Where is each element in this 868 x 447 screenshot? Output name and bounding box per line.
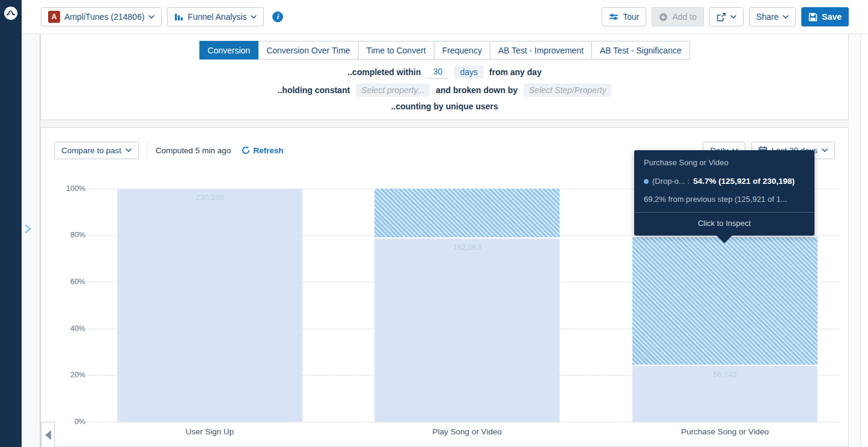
share-button[interactable]: Share bbox=[749, 7, 796, 26]
tab-conversion[interactable]: Conversion bbox=[199, 41, 258, 59]
bar-value-label: 56,142 bbox=[632, 370, 818, 379]
tooltip-value: 54.7% (125,921 of 230,198) bbox=[693, 177, 795, 186]
completed-within-label: ..completed within bbox=[347, 67, 421, 77]
counting-by-row: ..counting by unique users bbox=[41, 102, 848, 111]
toolbar-actions: Tour Add to Share Save bbox=[602, 7, 849, 26]
funnel-bar-user-sign-up: 230,198 User Sign Up bbox=[117, 189, 302, 422]
project-badge: A bbox=[48, 11, 60, 23]
tooltip-click-to-inspect[interactable]: Click to Inspect bbox=[634, 213, 815, 236]
y-axis-tick: 100% bbox=[54, 184, 85, 193]
amplitude-logo-icon[interactable] bbox=[4, 7, 17, 20]
y-axis-tick: 40% bbox=[54, 324, 85, 333]
tab-ab-test-improvement[interactable]: AB Test - Improvement bbox=[490, 41, 592, 59]
tooltip-step-title: Purchase Song or Video bbox=[634, 150, 815, 167]
app-window: A AmpliTunes (214806) Funnel Analysis i … bbox=[0, 0, 868, 447]
window-unit-selector[interactable]: days bbox=[454, 65, 483, 79]
refresh-icon bbox=[242, 146, 250, 154]
info-icon[interactable]: i bbox=[272, 11, 283, 22]
sliders-icon bbox=[609, 13, 619, 21]
bar-value-label: 182,063 bbox=[374, 243, 560, 252]
chevron-down-icon bbox=[126, 148, 132, 152]
bar-hover-tooltip: Purchase Song or Video (Drop-o... : 54.7… bbox=[634, 150, 815, 236]
bar-dropoff-segment[interactable] bbox=[632, 237, 818, 365]
holding-constant-row: ..holding constant Select property... an… bbox=[41, 84, 848, 97]
query-panel: Conversion Conversion Over Time Time to … bbox=[40, 34, 849, 120]
funnel-page-left-button[interactable] bbox=[41, 422, 55, 447]
bar-value-label: 230,198 bbox=[117, 193, 302, 202]
x-axis-label: User Sign Up bbox=[117, 427, 302, 436]
right-gutter-panel bbox=[861, 34, 868, 447]
refresh-label: Refresh bbox=[253, 146, 283, 155]
counting-by-label[interactable]: ..counting by unique users bbox=[391, 102, 498, 111]
bar-converted-segment[interactable]: 182,063 bbox=[374, 239, 560, 422]
save-label: Save bbox=[822, 12, 842, 22]
save-floppy-icon bbox=[808, 13, 818, 22]
tooltip-series-label: (Drop-o... : bbox=[652, 177, 689, 186]
breakdown-step-property-select[interactable]: Select Step/Property bbox=[524, 84, 611, 97]
export-icon bbox=[717, 13, 726, 22]
chart-type-selector[interactable]: Funnel Analysis bbox=[167, 7, 264, 26]
divider bbox=[147, 142, 147, 159]
bar-dropoff-segment[interactable] bbox=[374, 189, 560, 237]
chevron-down-icon bbox=[251, 15, 257, 19]
chevron-down-icon bbox=[730, 15, 736, 19]
chevron-down-icon bbox=[148, 15, 154, 19]
computed-timestamp: Computed 5 min ago bbox=[156, 146, 231, 155]
funnel-bar-play-song-or-video: 182,063 Play Song or Video bbox=[374, 189, 560, 422]
tour-button[interactable]: Tour bbox=[602, 7, 646, 26]
collapsed-query-panel bbox=[22, 34, 40, 447]
window-days-input[interactable]: 30 bbox=[427, 65, 448, 79]
x-axis-label: Purchase Song or Video bbox=[632, 427, 818, 436]
project-label: AmpliTunes (214806) bbox=[64, 12, 144, 22]
top-toolbar: A AmpliTunes (214806) Funnel Analysis i … bbox=[22, 0, 868, 34]
broken-down-by-label: and broken down by bbox=[436, 85, 518, 95]
add-to-label: Add to bbox=[672, 12, 696, 22]
gridline bbox=[88, 422, 839, 422]
add-to-button[interactable]: Add to bbox=[652, 7, 703, 26]
refresh-button[interactable]: Refresh bbox=[242, 146, 283, 155]
plus-circle-icon bbox=[659, 13, 668, 22]
project-selector[interactable]: A AmpliTunes (214806) bbox=[41, 7, 162, 26]
export-button[interactable] bbox=[709, 7, 744, 26]
y-axis-tick: 0% bbox=[54, 418, 85, 426]
tour-label: Tour bbox=[623, 12, 639, 22]
chevron-down-icon bbox=[822, 148, 828, 152]
triangle-left-icon bbox=[45, 430, 51, 440]
share-label: Share bbox=[756, 12, 778, 22]
tab-conversion-over-time[interactable]: Conversion Over Time bbox=[258, 41, 358, 59]
right-gutter-border bbox=[860, 34, 861, 447]
y-axis-tick: 80% bbox=[54, 231, 85, 239]
left-nav-rail bbox=[0, 0, 22, 447]
expand-panel-chevron-icon[interactable] bbox=[25, 224, 34, 235]
tab-ab-test-significance[interactable]: AB Test - Significance bbox=[591, 41, 690, 59]
save-button[interactable]: Save bbox=[801, 7, 849, 26]
right-gutter bbox=[849, 34, 868, 447]
tab-frequency[interactable]: Frequency bbox=[433, 41, 490, 59]
tooltip-main-row: (Drop-o... : 54.7% (125,921 of 230,198) bbox=[634, 167, 815, 186]
holding-constant-property-select[interactable]: Select property... bbox=[356, 84, 430, 97]
y-axis-tick: 20% bbox=[54, 371, 85, 379]
holding-constant-label: ..holding constant bbox=[278, 85, 350, 95]
bar-converted-segment[interactable]: 230,198 bbox=[117, 189, 302, 422]
compare-to-past-button[interactable]: Compare to past bbox=[54, 142, 139, 159]
bar-converted-segment[interactable]: 56,142 bbox=[632, 366, 818, 422]
completed-within-row: ..completed within 30 days from any day bbox=[41, 65, 848, 79]
chart-type-label: Funnel Analysis bbox=[188, 12, 246, 22]
view-tabs: Conversion Conversion Over Time Time to … bbox=[199, 41, 689, 59]
chevron-down-icon bbox=[783, 15, 789, 19]
from-any-day-label: from any day bbox=[489, 67, 542, 77]
funnel-chart-icon bbox=[174, 13, 183, 22]
y-axis-tick: 60% bbox=[54, 278, 85, 286]
tooltip-secondary-row: 69.2% from previous step (125,921 of 1..… bbox=[634, 186, 815, 204]
compare-to-past-label: Compare to past bbox=[61, 146, 121, 155]
tab-time-to-convert[interactable]: Time to Convert bbox=[358, 41, 434, 59]
series-bullet-icon bbox=[644, 179, 649, 184]
x-axis-label: Play Song or Video bbox=[374, 427, 560, 436]
